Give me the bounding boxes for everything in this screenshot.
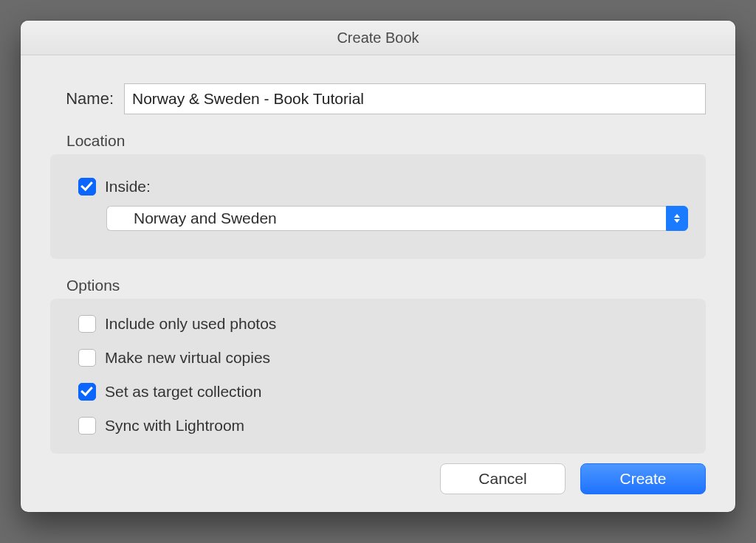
dialog-button-row: Cancel Create [440, 463, 706, 494]
option-checkbox-0[interactable] [78, 315, 96, 333]
location-section-label: Location [66, 132, 706, 150]
cancel-button[interactable]: Cancel [440, 463, 566, 494]
up-down-icon [666, 206, 688, 231]
create-button[interactable]: Create [580, 463, 706, 494]
option-label-1: Make new virtual copies [105, 349, 270, 367]
create-book-dialog: Create Book Name: Location Inside: Norwa… [21, 21, 735, 512]
option-label-2: Set as target collection [105, 383, 261, 401]
dialog-titlebar: Create Book [21, 21, 735, 55]
dialog-title: Create Book [337, 30, 419, 46]
inside-checkbox[interactable] [78, 178, 96, 196]
options-group: Include only used photos Make new virtua… [50, 299, 706, 454]
inside-row: Inside: [78, 178, 688, 196]
name-label: Name: [50, 89, 114, 108]
option-checkbox-3[interactable] [78, 417, 96, 435]
option-sync-with-lightroom: Sync with Lightroom [78, 417, 688, 435]
inside-select-value: Norway and Sweden [106, 206, 666, 231]
option-make-new-virtual-copies: Make new virtual copies [78, 349, 688, 367]
inside-select[interactable]: Norway and Sweden [106, 206, 688, 231]
option-include-only-used-photos: Include only used photos [78, 315, 688, 333]
name-input[interactable] [124, 83, 706, 114]
modal-backdrop: Create Book Name: Location Inside: Norwa… [0, 0, 756, 543]
option-label-0: Include only used photos [105, 315, 276, 333]
option-checkbox-1[interactable] [78, 349, 96, 367]
options-section-label: Options [66, 277, 706, 294]
create-button-label: Create [619, 470, 666, 488]
option-checkbox-2[interactable] [78, 383, 96, 401]
location-group: Inside: Norway and Sweden [50, 154, 706, 259]
dialog-content: Name: Location Inside: Norway and Sweden [21, 55, 735, 512]
option-set-as-target-collection: Set as target collection [78, 383, 688, 401]
option-label-3: Sync with Lightroom [105, 417, 244, 435]
inside-label: Inside: [105, 178, 151, 196]
name-row: Name: [50, 83, 706, 114]
cancel-button-label: Cancel [478, 470, 526, 488]
